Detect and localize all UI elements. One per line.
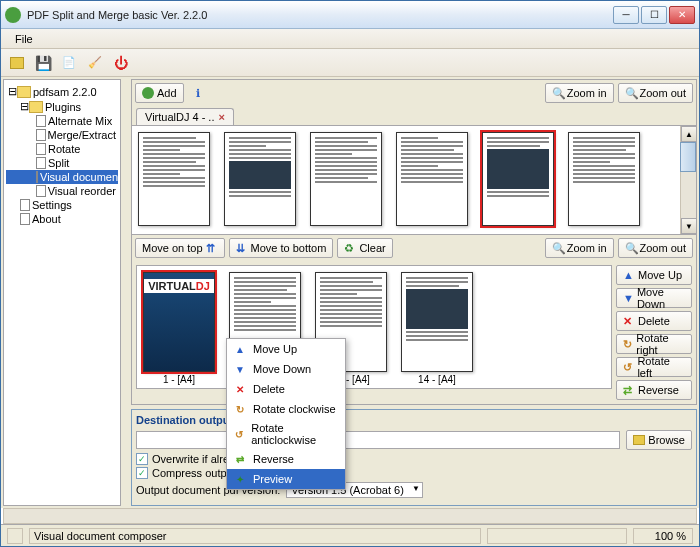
overwrite-checkbox[interactable]: ✓Overwrite if already exists [136,453,692,465]
horizontal-scrollbar[interactable] [3,508,697,524]
add-button[interactable]: Add [135,83,184,103]
context-move-up[interactable]: ▲Move Up [227,339,345,359]
move-on-top-button[interactable]: Move on top⇈ [135,238,225,258]
context-rotate-cw[interactable]: ↻Rotate clockwise [227,399,345,419]
window-titlebar: PDF Split and Merge basic Ver. 2.2.0 ─ ☐… [1,1,699,29]
rotate-left-button[interactable]: ↺Rotate left [616,357,692,377]
toolbar-save-icon[interactable]: 💾 [33,53,53,73]
source-toolbar: Add ℹ 🔍Zoom in 🔍Zoom out [131,79,697,106]
function-column: ▲Move Up ▼Move Down ✕Delete ↻Rotate righ… [616,265,692,400]
zoom-out-button-2[interactable]: 🔍Zoom out [618,238,693,258]
status-percent: 100 % [633,528,693,544]
context-menu: ▲Move Up ▼Move Down ✕Delete ↻Rotate cloc… [226,338,346,490]
source-thumb-5[interactable] [482,132,554,226]
tree-about[interactable]: About [6,212,118,226]
context-preview[interactable]: ✦Preview [227,469,345,489]
toolbar-log-icon[interactable]: 📄 [59,53,79,73]
zoom-in-button[interactable]: 🔍Zoom in [545,83,614,103]
app-icon [5,7,21,23]
dest-thumb-4[interactable]: 14 - [A4] [401,272,473,385]
destination-panel: Destination output fil Browse ✓Overwrite… [131,409,697,506]
status-text: Visual document composer [29,528,481,544]
minimize-button[interactable]: ─ [613,6,639,24]
toolbar-exit-icon[interactable]: ⏻ [111,53,131,73]
source-tabset: VirtualDJ 4 - ..× [131,106,697,125]
destination-input[interactable] [136,431,620,449]
dest-toolbar: Move on top⇈ ⇊Move to bottom ♻Clear 🔍Zoo… [131,235,697,261]
tree-item-rotate[interactable]: Rotate [6,142,118,156]
clear-button[interactable]: ♻Clear [337,238,392,258]
move-down-button[interactable]: ▼Move Down [616,288,692,308]
tree-plugins[interactable]: ⊟ Plugins [6,99,118,114]
move-to-bottom-button[interactable]: ⇊Move to bottom [229,238,334,258]
source-thumb-6[interactable] [568,132,640,226]
source-thumb-area: ▲ ▼ [131,125,697,235]
destination-title: Destination output fil [136,414,692,426]
tree-item-visualdoc[interactable]: Visual document [6,170,118,184]
menu-file[interactable]: File [7,31,41,47]
source-vscroll[interactable]: ▲ ▼ [680,126,696,234]
app-toolbar: 💾 📄 🧹 ⏻ [1,49,699,77]
dest-thumb-1[interactable]: VIRTUALDJ 1 - [A4] [143,272,215,385]
splitter[interactable] [123,77,131,508]
scroll-thumb[interactable] [680,142,696,172]
tree-item-altmix[interactable]: Alternate Mix [6,114,118,128]
toolbar-clear-icon[interactable]: 🧹 [85,53,105,73]
zoom-in-button-2[interactable]: 🔍Zoom in [545,238,614,258]
tree-pane: ⊟ pdfsam 2.2.0 ⊟ Plugins Alternate Mix M… [3,79,121,506]
context-reverse[interactable]: ⇄Reverse [227,449,345,469]
browse-button[interactable]: Browse [626,430,692,450]
zoom-out-button[interactable]: 🔍Zoom out [618,83,693,103]
source-thumb-1[interactable] [138,132,210,226]
reverse-button[interactable]: ⇄Reverse [616,380,692,400]
dest-thumb-area: VIRTUALDJ 1 - [A4] 22 - [A4] 14 - [A4] [136,265,612,389]
maximize-button[interactable]: ☐ [641,6,667,24]
status-indicator [7,528,23,544]
toolbar-open-icon[interactable] [7,53,27,73]
context-delete[interactable]: ✕Delete [227,379,345,399]
scroll-up-icon[interactable]: ▲ [681,126,697,142]
source-thumb-4[interactable] [396,132,468,226]
menubar: File [1,29,699,49]
status-bar: Visual document composer 100 % [1,524,699,546]
move-up-button[interactable]: ▲Move Up [616,265,692,285]
delete-button[interactable]: ✕Delete [616,311,692,331]
context-rotate-acw[interactable]: ↺Rotate anticlockwise [227,419,345,449]
source-thumb-3[interactable] [310,132,382,226]
close-button[interactable]: ✕ [669,6,695,24]
tree-root[interactable]: ⊟ pdfsam 2.2.0 [6,84,118,99]
context-move-down[interactable]: ▼Move Down [227,359,345,379]
source-tab[interactable]: VirtualDJ 4 - ..× [136,108,234,125]
compress-checkbox[interactable]: ✓Compress output file/files [136,467,692,479]
tree-item-merge[interactable]: Merge/Extract [6,128,118,142]
window-title: PDF Split and Merge basic Ver. 2.2.0 [27,9,613,21]
rotate-right-button[interactable]: ↻Rotate right [616,334,692,354]
close-tab-icon[interactable]: × [219,111,225,123]
tree-settings[interactable]: Settings [6,198,118,212]
source-thumb-2[interactable] [224,132,296,226]
scroll-down-icon[interactable]: ▼ [681,218,697,234]
tree-item-split[interactable]: Split [6,156,118,170]
info-icon[interactable]: ℹ [188,83,208,103]
status-progress [487,528,627,544]
tree-item-visualreorder[interactable]: Visual reorder [6,184,118,198]
